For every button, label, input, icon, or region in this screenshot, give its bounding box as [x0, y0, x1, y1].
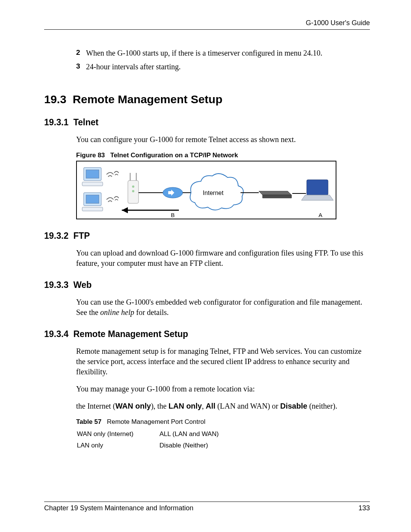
body-paragraph: Remote management setup is for managing …	[76, 346, 370, 377]
body-paragraph: You may manage your G-1000 from a remote…	[76, 384, 370, 394]
svg-rect-5	[82, 207, 103, 211]
subsection-title: Web	[73, 280, 92, 290]
table-cell: WAN only (Internet)	[77, 429, 159, 439]
table-cell: LAN only	[77, 440, 159, 451]
svg-marker-14	[122, 207, 128, 213]
table-title: Remote Management Port Control	[107, 418, 206, 425]
wifi-icon	[107, 171, 119, 202]
page-footer: Chapter 19 System Maintenance and Inform…	[44, 502, 370, 512]
table-row: WAN only (Internet) ALL (LAN and WAN)	[77, 429, 219, 439]
bold-text: Disable	[280, 402, 307, 410]
text-run: ,	[202, 402, 206, 410]
figure-caption: Figure 83 Telnet Configuration on a TCP/…	[76, 152, 370, 159]
svg-rect-1	[86, 170, 99, 178]
svg-rect-2	[82, 182, 103, 186]
figure-label: Figure 83	[76, 152, 105, 159]
list-text: When the G-1000 starts up, if there is a…	[86, 47, 322, 59]
text-run: the Internet (	[76, 402, 115, 410]
arrow-b	[122, 207, 179, 213]
table-cell: Disable (Neither)	[159, 440, 219, 451]
modem-icon	[259, 191, 292, 198]
pc-icon	[82, 168, 103, 186]
svg-rect-12	[307, 180, 328, 195]
svg-rect-4	[86, 195, 99, 203]
svg-point-9	[132, 185, 134, 188]
list-item: 2 When the G-1000 starts up, if there is…	[76, 47, 370, 59]
table-caption: Table 57 Remote Management Port Control	[76, 418, 370, 426]
label-b: B	[171, 212, 175, 218]
section-heading: 19.3 Remote Management Setup	[44, 93, 370, 106]
text-run: for details.	[134, 308, 169, 316]
page-header: G-1000 User's Guide	[44, 19, 370, 30]
label-a: A	[319, 212, 322, 218]
list-item: 3 24-hour intervals after starting.	[76, 61, 370, 72]
table-row: LAN only Disable (Neither)	[77, 440, 219, 451]
text-run: (neither).	[307, 402, 337, 410]
list-text: 24-hour intervals after starting.	[86, 61, 181, 72]
footer-chapter: Chapter 19 System Maintenance and Inform…	[44, 504, 193, 512]
figure-title: Telnet Configuration on a TCP/IP Network	[110, 152, 238, 159]
svg-point-10	[132, 190, 134, 192]
subsection-number: 19.3.1	[44, 117, 68, 127]
table-cell: ALL (LAN and WAN)	[159, 429, 219, 439]
subsection-title: FTP	[73, 231, 90, 241]
list-number: 3	[76, 61, 84, 72]
port-control-table: WAN only (Internet) ALL (LAN and WAN) LA…	[76, 428, 220, 452]
bold-text: WAN only	[115, 402, 151, 410]
router-icon	[163, 187, 183, 198]
body-paragraph: You can upload and download G-1000 firmw…	[76, 248, 370, 268]
body-paragraph: You can configure your G-1000 for remote…	[76, 134, 370, 145]
section-title: Remote Management Setup	[73, 93, 222, 105]
subsection-number: 19.3.4	[44, 329, 68, 339]
section-number: 19.3	[44, 93, 66, 105]
subsection-heading: 19.3.2 FTP	[44, 231, 370, 241]
subsection-title: Telnet	[73, 117, 99, 127]
text-run: ), the	[151, 402, 169, 410]
table-label: Table 57	[76, 418, 102, 425]
subsection-title: Remote Management Setup	[73, 329, 188, 339]
subsection-heading: 19.3.3 Web	[44, 280, 370, 290]
internet-label: Internet	[203, 190, 224, 196]
numbered-list: 2 When the G-1000 starts up, if there is…	[76, 47, 370, 72]
text-run: (LAN and WAN) or	[215, 402, 280, 410]
body-paragraph: the Internet (WAN only), the LAN only, A…	[76, 401, 370, 411]
body-paragraph: You can use the G-1000's embedded web co…	[76, 297, 370, 318]
pc-icon	[82, 193, 103, 211]
subsection-heading: 19.3.1 Telnet	[44, 117, 370, 128]
network-diagram: Internet B A	[76, 161, 336, 219]
bold-text: LAN only	[169, 402, 202, 410]
footer-page-number: 133	[358, 504, 370, 512]
bold-text: All	[206, 402, 216, 410]
laptop-icon	[301, 180, 333, 200]
subsection-number: 19.3.3	[44, 280, 68, 290]
list-number: 2	[76, 47, 84, 59]
access-point-icon	[128, 173, 139, 203]
italic-text: online help	[100, 308, 134, 316]
internet-cloud-icon: Internet	[190, 174, 244, 210]
subsection-heading: 19.3.4 Remote Management Setup	[44, 329, 370, 339]
subsection-number: 19.3.2	[44, 231, 68, 241]
